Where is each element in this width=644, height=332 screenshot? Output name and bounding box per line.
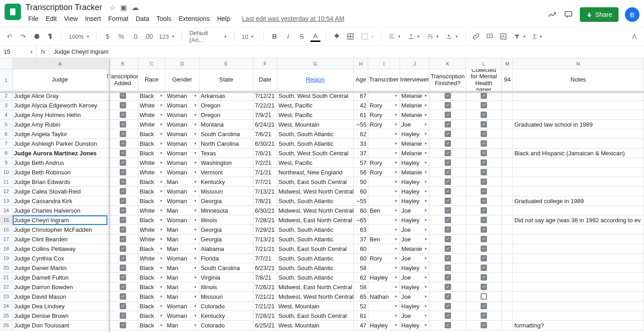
- checkbox[interactable]: [445, 245, 451, 252]
- checkbox[interactable]: [120, 131, 126, 137]
- cell[interactable]: South, South Atlantic: [277, 225, 354, 235]
- cell[interactable]: [107, 215, 138, 225]
- cell[interactable]: 60: [354, 187, 368, 196]
- checkbox[interactable]: [481, 245, 487, 252]
- row-header-25[interactable]: 25: [0, 311, 13, 321]
- cell[interactable]: Judge Angela Taylor: [13, 129, 107, 139]
- cell[interactable]: Rory: [368, 110, 400, 120]
- cell[interactable]: 7/1/21: [254, 168, 277, 177]
- cell[interactable]: Kentucky: [199, 311, 254, 321]
- dropdown-cell[interactable]: Black: [140, 140, 164, 147]
- cell[interactable]: [466, 168, 502, 177]
- cell[interactable]: 58: [354, 282, 368, 292]
- cell[interactable]: Kentucky: [199, 177, 254, 187]
- cell[interactable]: 56: [354, 168, 368, 177]
- cell[interactable]: 58: [354, 263, 368, 273]
- cell[interactable]: [368, 177, 400, 187]
- cell[interactable]: Oregon: [199, 110, 254, 120]
- cell[interactable]: [513, 235, 644, 244]
- cell[interactable]: 7/8/21: [254, 196, 277, 206]
- cell[interactable]: [466, 158, 502, 168]
- dropdown-cell[interactable]: White: [140, 169, 164, 176]
- dropdown-cell[interactable]: White: [140, 207, 164, 214]
- cell[interactable]: Man: [165, 225, 199, 235]
- cell[interactable]: South, South Atlantic: [277, 254, 354, 263]
- cell[interactable]: Judge Collins Pettaway: [13, 244, 107, 254]
- cell[interactable]: [513, 263, 644, 273]
- dropdown-cell[interactable]: Man: [167, 179, 197, 185]
- filter-icon[interactable]: [512, 33, 527, 40]
- cell[interactable]: Colorado: [199, 321, 254, 330]
- cell[interactable]: [466, 129, 502, 139]
- cell[interactable]: Man: [165, 177, 199, 187]
- cell[interactable]: South, South Atlantic: [277, 263, 354, 273]
- dropdown-cell[interactable]: Woman: [167, 198, 197, 204]
- checkbox[interactable]: [481, 322, 487, 328]
- select-all-corner[interactable]: [0, 58, 13, 69]
- row-header-5[interactable]: 5: [0, 120, 13, 129]
- cell[interactable]: 6/24/21: [254, 120, 277, 129]
- cell[interactable]: [513, 168, 644, 177]
- checkbox[interactable]: [445, 217, 451, 223]
- cell[interactable]: Midwest, West North Central: [277, 206, 354, 215]
- activity-icon[interactable]: [547, 9, 557, 20]
- dropdown-cell[interactable]: Woman: [167, 255, 197, 262]
- cell[interactable]: Judge Cheyrl Ingram: [13, 215, 107, 225]
- checkbox[interactable]: [481, 303, 487, 309]
- cell[interactable]: South, South Atlantic: [277, 273, 354, 282]
- cell[interactable]: Hayley: [400, 129, 430, 139]
- dropdown-cell[interactable]: White: [140, 236, 164, 243]
- cell[interactable]: Woman: [165, 187, 199, 196]
- cell[interactable]: Woman: [165, 215, 199, 225]
- cell[interactable]: Black: [138, 282, 166, 292]
- col-header-J[interactable]: J: [400, 58, 430, 69]
- cell[interactable]: [430, 129, 466, 139]
- cell[interactable]: Rory: [368, 120, 400, 129]
- cell[interactable]: [466, 215, 502, 225]
- cell[interactable]: Judge Calea Stovall-Reid: [13, 187, 107, 196]
- header-cell[interactable]: State: [199, 69, 254, 91]
- cell[interactable]: [513, 139, 644, 148]
- cell[interactable]: [430, 321, 466, 330]
- cell[interactable]: Georgia: [199, 225, 254, 235]
- checkbox[interactable]: [481, 236, 487, 242]
- cell[interactable]: Ben: [368, 206, 400, 215]
- checkbox[interactable]: [445, 322, 451, 328]
- cell[interactable]: [430, 301, 466, 311]
- cell[interactable]: Black: [138, 321, 166, 330]
- cell[interactable]: [368, 215, 400, 225]
- cell[interactable]: [502, 215, 513, 225]
- zoom-select[interactable]: 100%: [67, 33, 91, 40]
- cell[interactable]: [513, 158, 644, 168]
- cell[interactable]: 50: [354, 177, 368, 187]
- cell[interactable]: [466, 282, 502, 292]
- cell[interactable]: Man: [165, 263, 199, 273]
- dropdown-cell[interactable]: Hayley: [401, 265, 428, 271]
- checkbox[interactable]: [481, 159, 487, 166]
- checkbox[interactable]: [445, 207, 451, 214]
- cell[interactable]: Joe: [400, 292, 430, 301]
- cell[interactable]: [502, 235, 513, 244]
- cell[interactable]: [107, 282, 138, 292]
- dropdown-cell[interactable]: Melanie: [401, 169, 428, 176]
- cell[interactable]: Missouri: [199, 292, 254, 301]
- cell[interactable]: [368, 282, 400, 292]
- checkbox[interactable]: [481, 179, 487, 185]
- comment-icon[interactable]: [485, 31, 495, 42]
- cell[interactable]: Melanie: [400, 110, 430, 120]
- strikethrough-icon[interactable]: S: [297, 31, 307, 42]
- checkbox[interactable]: [120, 284, 126, 290]
- cell[interactable]: Vermont: [199, 168, 254, 177]
- dropdown-cell[interactable]: Woman: [167, 150, 197, 157]
- cell[interactable]: Woman: [165, 120, 199, 129]
- currency-icon[interactable]: $: [102, 31, 112, 42]
- share-button[interactable]: Share: [580, 7, 619, 22]
- cell[interactable]: [513, 244, 644, 254]
- cell[interactable]: [502, 196, 513, 206]
- dropdown-cell[interactable]: Man: [167, 284, 197, 291]
- checkbox[interactable]: [445, 150, 451, 156]
- cell[interactable]: 63: [354, 225, 368, 235]
- cell[interactable]: [513, 301, 644, 311]
- menu-help[interactable]: Help: [214, 13, 233, 24]
- cell[interactable]: 47: [354, 321, 368, 330]
